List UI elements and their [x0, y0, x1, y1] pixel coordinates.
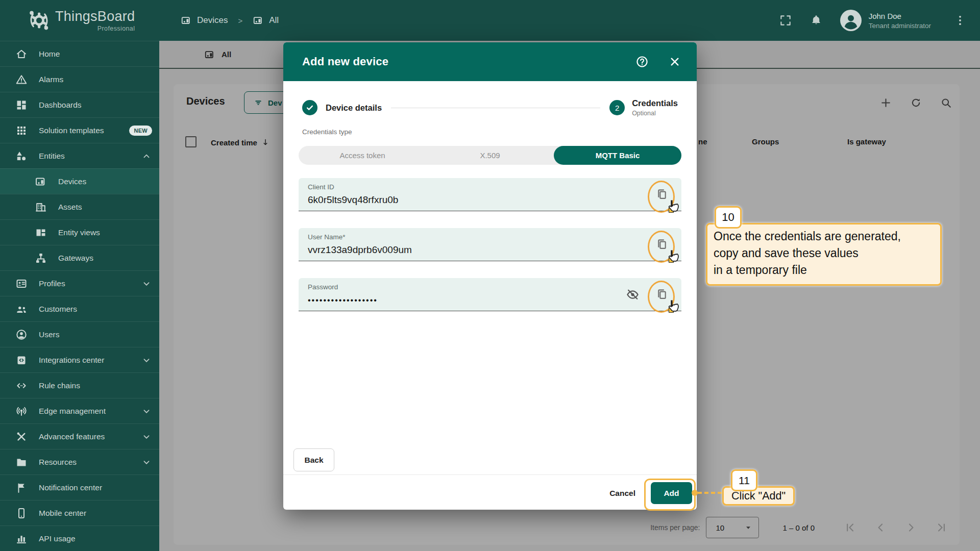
brand-subtitle: Professional — [55, 25, 135, 32]
sidebar-item-solution-templates[interactable]: Solution templatesNEW — [0, 117, 159, 143]
tab-x509[interactable]: X.509 — [426, 146, 554, 165]
thingsboard-logo[interactable]: ThingsBoard Professional — [0, 8, 159, 33]
gear-logo-icon — [27, 8, 51, 33]
tab-mqtt-basic[interactable]: MQTT Basic — [554, 146, 681, 165]
fullscreen-icon[interactable] — [779, 14, 792, 27]
person-icon — [841, 10, 861, 31]
profiles-icon — [15, 278, 28, 290]
breadcrumb-label: All — [269, 15, 279, 26]
chevron-down-icon — [141, 355, 152, 366]
sidebar-item-edge-management[interactable]: Edge management — [0, 398, 159, 423]
sidebar-item-label: Assets — [58, 203, 82, 212]
copy-password-button[interactable] — [655, 288, 669, 301]
sidebar-item-rule-chains[interactable]: Rule chains — [0, 372, 159, 398]
step1-check-circle — [302, 100, 317, 115]
sidebar-item-users[interactable]: Users — [0, 321, 159, 347]
new-badge: NEW — [129, 126, 152, 136]
tab-access-token[interactable]: Access token — [299, 146, 426, 165]
sidebar-item-advanced-features[interactable]: Advanced features — [0, 423, 159, 449]
sidebar-item-label: Rule chains — [39, 381, 80, 390]
client-id-field[interactable]: Client ID 6k0r5lts9vq48rfxru0b — [299, 178, 681, 211]
back-button[interactable]: Back — [293, 448, 334, 471]
sidebar-item-alarms[interactable]: Alarms — [0, 66, 159, 92]
annotation-text-line: in a temporary file — [714, 262, 934, 279]
sidebar-item-label: API usage — [39, 534, 76, 543]
sidebar-item-profiles[interactable]: Profiles — [0, 270, 159, 296]
cancel-button[interactable]: Cancel — [601, 482, 644, 504]
chevron-down-icon — [141, 431, 152, 442]
dialog-header: Add new device — [283, 42, 697, 81]
check-icon — [304, 102, 315, 113]
copy-client-id-button[interactable] — [655, 188, 669, 201]
sidebar-item-mobile-center[interactable]: Mobile center — [0, 500, 159, 525]
sidebar-item-gateways[interactable]: Gateways — [0, 245, 159, 270]
client-id-value: 6k0r5lts9vq48rfxru0b — [308, 194, 681, 206]
sidebar-item-resources[interactable]: Resources — [0, 449, 159, 474]
breadcrumb-all[interactable]: All — [253, 15, 279, 26]
sidebar-item-label: Devices — [58, 177, 86, 186]
cursor-click-box — [669, 308, 674, 313]
dialog-title: Add new device — [302, 55, 388, 68]
sidebar-item-entity-views[interactable]: Entity views — [0, 219, 159, 245]
password-field[interactable]: Password •••••••••••••••••• — [299, 278, 681, 311]
sidebar-item-dashboards[interactable]: Dashboards — [0, 92, 159, 117]
sidebar-item-label: Users — [39, 330, 59, 339]
user-name-label: User Name* — [308, 233, 681, 241]
sidebar-item-assets[interactable]: Assets — [0, 194, 159, 219]
assets-icon — [35, 201, 47, 213]
sidebar-item-label: Dashboards — [39, 101, 82, 110]
dialog-footer-divider — [283, 474, 697, 475]
notification-center-icon — [15, 482, 28, 494]
sidebar-item-devices[interactable]: Devices — [0, 168, 159, 194]
sidebar-item-entities[interactable]: Entities — [0, 143, 159, 168]
edge-management-icon — [15, 405, 28, 417]
sidebar: HomeAlarmsDashboardsSolution templatesNE… — [0, 41, 159, 551]
sidebar-item-home[interactable]: Home — [0, 41, 159, 66]
add-new-device-dialog: Add new device Device details 2 Credenti… — [283, 42, 697, 510]
step2-hint: Optional — [632, 110, 678, 117]
devices-icon — [253, 15, 264, 26]
sidebar-item-integrations-center[interactable]: Integrations center — [0, 347, 159, 372]
annotation-step-number: 11 — [731, 469, 757, 491]
annotation-note: Once the credentials are generated, copy… — [706, 223, 942, 286]
sidebar-item-label: Integrations center — [39, 356, 104, 365]
step2-number-circle: 2 — [609, 100, 625, 115]
avatar[interactable] — [840, 10, 862, 31]
alarms-icon — [15, 73, 28, 86]
notifications-bell-icon[interactable] — [810, 14, 823, 27]
sidebar-item-customers[interactable]: Customers — [0, 296, 159, 321]
cursor-click-box — [669, 208, 674, 213]
user-name-field[interactable]: User Name* vvrz133a9dprb6v009um — [299, 228, 681, 261]
help-button[interactable] — [635, 55, 649, 68]
sidebar-item-label: Mobile center — [39, 509, 86, 518]
breadcrumb-devices[interactable]: Devices — [181, 15, 228, 26]
sidebar-item-label: Solution templates — [39, 126, 104, 135]
entities-icon — [15, 150, 28, 162]
sidebar-item-label: Customers — [39, 305, 77, 314]
sidebar-item-label: Edge management — [39, 407, 106, 416]
user-name-value: vvrz133a9dprb6v009um — [308, 244, 681, 256]
resources-icon — [15, 456, 28, 468]
devices-icon — [35, 176, 47, 188]
copy-user-name-button[interactable] — [655, 238, 669, 251]
sidebar-item-label: Notification center — [39, 483, 102, 492]
annotation-text-line: copy and save these values — [714, 245, 934, 262]
mobile-center-icon — [15, 507, 28, 519]
sidebar-item-label: Home — [39, 49, 60, 59]
close-icon[interactable] — [668, 55, 681, 68]
sidebar-item-notification-center[interactable]: Notification center — [0, 474, 159, 500]
add-button[interactable]: Add — [651, 482, 692, 504]
sidebar-item-label: Advanced features — [39, 432, 105, 441]
sidebar-item-api-usage[interactable]: API usage — [0, 525, 159, 551]
credentials-type-label: Credentials type — [302, 128, 352, 136]
toggle-password-visibility-icon[interactable] — [626, 288, 640, 302]
kebab-menu-icon[interactable] — [953, 14, 967, 27]
brand-name: ThingsBoard — [55, 9, 135, 24]
credentials-type-tabs: Access token X.509 MQTT Basic — [299, 146, 681, 165]
home-icon — [15, 48, 28, 60]
stepper-line — [391, 108, 600, 108]
sidebar-item-label: Entity views — [58, 228, 100, 237]
chevron-up-icon — [141, 151, 152, 162]
step1-label: Device details — [326, 103, 382, 113]
user-info[interactable]: John Doe Tenant administrator — [869, 12, 931, 30]
